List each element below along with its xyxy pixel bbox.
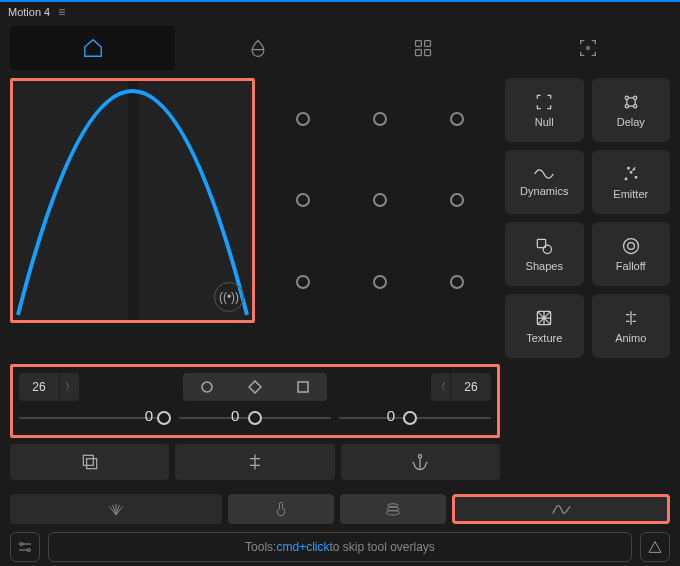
palette-label: Texture (526, 332, 562, 344)
svg-point-12 (627, 167, 629, 169)
palette-null[interactable]: Null (505, 78, 584, 142)
svg-point-15 (623, 239, 638, 254)
shape-circle[interactable] (183, 373, 231, 401)
anchor-ml[interactable] (265, 160, 342, 242)
right-value: 26 (451, 373, 491, 401)
footer-hint: Tools: cmd+click to skip tool overlays (48, 532, 632, 562)
svg-rect-2 (415, 50, 421, 56)
tool-palette: Null Delay Dynamics Emitter Shapes Fallo… (505, 78, 670, 358)
anchor-bc[interactable] (342, 241, 419, 323)
svg-point-22 (419, 455, 422, 458)
right-number-box[interactable]: 〈 26 (431, 373, 491, 401)
shape-diamond[interactable] (231, 373, 279, 401)
svg-point-10 (630, 172, 632, 174)
svg-point-8 (633, 105, 636, 108)
slider-1[interactable]: 0 (19, 409, 171, 427)
action-duplicate[interactable] (10, 444, 169, 480)
slider-label: 0 (231, 407, 239, 424)
settings-icon[interactable] (10, 532, 40, 562)
palette-label: Null (535, 116, 554, 128)
footer: Tools: cmd+click to skip tool overlays (0, 524, 680, 562)
hint-kbd: cmd+click (276, 540, 329, 554)
control-row: 26 〉 〈 26 0 0 0 (10, 364, 500, 438)
palette-falloff[interactable]: Falloff (592, 222, 671, 286)
chevron-left-icon[interactable]: 〈 (431, 373, 451, 401)
slider-2[interactable]: 0 (179, 409, 331, 427)
shape-picker (183, 373, 327, 401)
btab-fan[interactable] (10, 494, 222, 524)
svg-rect-20 (83, 455, 93, 465)
shape-square[interactable] (279, 373, 327, 401)
palette-texture[interactable]: Texture (505, 294, 584, 358)
tab-focus[interactable] (505, 26, 670, 70)
menu-icon[interactable]: ≡ (58, 5, 65, 19)
hint-prefix: Tools: (245, 540, 276, 554)
curve-panel[interactable]: ((•)) (10, 78, 255, 323)
left-value: 26 (19, 373, 59, 401)
top-tabs (0, 22, 680, 78)
svg-point-6 (633, 96, 636, 99)
slider-label: 0 (145, 407, 153, 424)
easing-curve (13, 81, 252, 320)
svg-point-26 (20, 543, 23, 546)
slider-label: 0 (387, 407, 395, 424)
anchor-bl[interactable] (265, 241, 342, 323)
btab-curve[interactable] (452, 494, 670, 524)
svg-point-4 (586, 47, 589, 50)
broadcast-icon[interactable]: ((•)) (214, 282, 244, 312)
hint-suffix: to skip tool overlays (329, 540, 434, 554)
app-title: Motion 4 (8, 6, 50, 18)
btab-touch[interactable] (228, 494, 334, 524)
left-number-box[interactable]: 26 〉 (19, 373, 79, 401)
svg-point-27 (27, 549, 30, 552)
palette-label: Animo (615, 332, 646, 344)
svg-rect-3 (424, 50, 430, 56)
action-row (0, 438, 510, 480)
svg-rect-1 (424, 41, 430, 47)
palette-emitter[interactable]: Emitter (592, 150, 671, 214)
svg-rect-21 (86, 459, 96, 469)
bottom-tabs (0, 480, 680, 524)
btab-stack[interactable] (340, 494, 446, 524)
anchor-grid (265, 78, 495, 323)
tab-grid[interactable] (340, 26, 505, 70)
svg-point-5 (625, 96, 628, 99)
anchor-tr[interactable] (418, 78, 495, 160)
palette-label: Delay (617, 116, 645, 128)
anchor-tc[interactable] (342, 78, 419, 160)
svg-point-14 (543, 245, 551, 253)
palette-shapes[interactable]: Shapes (505, 222, 584, 286)
palette-delay[interactable]: Delay (592, 78, 671, 142)
palette-label: Falloff (616, 260, 646, 272)
palette-animo[interactable]: Animo (592, 294, 671, 358)
svg-point-11 (635, 177, 637, 179)
svg-point-16 (627, 243, 634, 250)
anchor-tl[interactable] (265, 78, 342, 160)
warning-icon[interactable] (640, 532, 670, 562)
chevron-right-icon[interactable]: 〉 (59, 373, 79, 401)
palette-label: Dynamics (520, 185, 568, 197)
svg-point-9 (625, 178, 627, 180)
action-anchor[interactable] (341, 444, 500, 480)
palette-label: Emitter (613, 188, 648, 200)
slider-3[interactable]: 0 (339, 409, 491, 427)
svg-point-23 (388, 504, 399, 507)
palette-label: Shapes (526, 260, 563, 272)
palette-dynamics[interactable]: Dynamics (505, 150, 584, 214)
tab-color[interactable] (175, 26, 340, 70)
svg-rect-0 (415, 41, 421, 47)
svg-point-18 (202, 382, 212, 392)
anchor-mr[interactable] (418, 160, 495, 242)
anchor-br[interactable] (418, 241, 495, 323)
title-bar: Motion 4 ≡ (0, 2, 680, 22)
svg-rect-19 (298, 382, 308, 392)
anchor-mc[interactable] (342, 160, 419, 242)
svg-point-7 (625, 105, 628, 108)
action-guides[interactable] (175, 444, 334, 480)
tab-home[interactable] (10, 26, 175, 70)
